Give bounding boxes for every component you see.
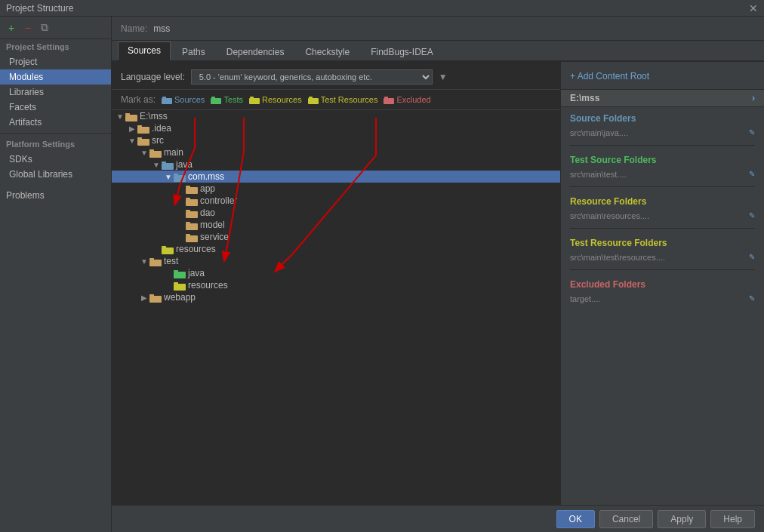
- source-divider: [570, 145, 755, 146]
- resource-folders-path: src\main\resources.... ✎: [570, 210, 755, 222]
- tree-node-main[interactable]: main: [112, 146, 560, 158]
- sidebar-item-modules[interactable]: Modules: [0, 69, 111, 85]
- excluded-path-value: target....: [570, 294, 600, 303]
- test-source-divider: [570, 186, 755, 187]
- copy-module-button[interactable]: ⧉: [38, 21, 51, 35]
- svg-rect-38: [174, 284, 186, 291]
- tree-node-commss[interactable]: com.mss: [112, 171, 560, 183]
- tree-node-app[interactable]: app: [112, 183, 560, 195]
- tree-node-model[interactable]: model: [112, 219, 560, 231]
- apply-button[interactable]: Apply: [658, 510, 706, 528]
- tab-findbugs[interactable]: FindBugs-IDEA: [361, 43, 443, 60]
- svg-rect-15: [137, 137, 142, 139]
- tree-label-test-resources: resources: [188, 280, 228, 291]
- tree-label-test: test: [164, 256, 178, 266]
- folder-icon-idea: [137, 124, 149, 134]
- tree-node-dao[interactable]: dao: [112, 207, 560, 219]
- cancel-button[interactable]: Cancel: [599, 510, 653, 528]
- tree-node-java[interactable]: java: [112, 158, 560, 171]
- sidebar-item-libraries[interactable]: Libraries: [0, 85, 111, 100]
- tree-arrow-test[interactable]: [139, 257, 149, 266]
- svg-rect-41: [149, 294, 154, 296]
- svg-rect-29: [186, 222, 190, 223]
- sidebar-item-project[interactable]: Project: [0, 54, 111, 69]
- tree-arrow-emss[interactable]: [115, 112, 125, 121]
- svg-rect-20: [174, 175, 186, 182]
- language-level-bar: Language level: 5.0 - 'enum' keyword, ge…: [112, 65, 560, 90]
- mark-tests-button[interactable]: Tests: [211, 95, 243, 104]
- project-settings-label: Project Settings: [0, 39, 111, 54]
- sidebar-item-problems[interactable]: Problems: [0, 188, 111, 203]
- tab-dependencies[interactable]: Dependencies: [217, 43, 294, 60]
- tab-paths[interactable]: Paths: [172, 43, 215, 60]
- svg-rect-28: [186, 223, 198, 230]
- folder-icon-controller: [186, 196, 198, 206]
- tree-arrow-webapp[interactable]: [139, 294, 149, 302]
- tree-arrow-src[interactable]: [127, 137, 137, 145]
- add-module-button[interactable]: +: [5, 21, 18, 35]
- excluded-folders-path: target.... ✎: [570, 293, 755, 305]
- language-level-select[interactable]: 5.0 - 'enum' keyword, generics, autoboxi…: [191, 69, 433, 85]
- platform-settings-label: Platform Settings: [0, 137, 111, 152]
- test-resource-folders-section: Test Resource Folders src\main\test\reso…: [561, 232, 764, 266]
- name-bar: Name: mss: [112, 17, 764, 41]
- tree-node-resources-main[interactable]: resources: [112, 243, 560, 255]
- source-folders-edit[interactable]: ✎: [749, 128, 755, 137]
- tree-node-test-resources[interactable]: resources: [112, 279, 560, 291]
- tree-node-idea[interactable]: .idea: [112, 122, 560, 134]
- add-content-root-button[interactable]: + Add Content Root: [561, 68, 764, 85]
- tree-node-emss-root[interactable]: E:\mss: [112, 110, 560, 122]
- resource-divider: [570, 228, 755, 229]
- mark-excluded-button[interactable]: Excluded: [384, 95, 430, 104]
- svg-rect-30: [186, 235, 198, 242]
- test-resource-divider: [570, 269, 755, 270]
- svg-rect-40: [149, 296, 162, 303]
- source-folders-title: Source Folders: [570, 113, 755, 124]
- folder-icon-test-java: [174, 269, 186, 278]
- test-source-path-value: src\main\test....: [570, 170, 627, 179]
- help-button[interactable]: Help: [710, 510, 755, 528]
- tab-sources[interactable]: Sources: [118, 42, 171, 60]
- tree-node-controller[interactable]: controller: [112, 195, 560, 207]
- sidebar-item-sdks[interactable]: SDKs: [0, 152, 111, 167]
- title-bar: Project Structure ✕: [0, 0, 764, 17]
- mark-test-resources-button[interactable]: Test Resources: [308, 95, 378, 104]
- sidebar-item-global-libraries[interactable]: Global Libraries: [0, 167, 111, 182]
- root-path-expand-icon[interactable]: ›: [752, 93, 755, 103]
- test-source-folders-title: Test Source Folders: [570, 155, 755, 165]
- close-button[interactable]: ✕: [749, 2, 758, 14]
- tree-label-main: main: [164, 147, 183, 158]
- resource-folders-section: Resource Folders src\main\resources.... …: [561, 190, 764, 225]
- source-folders-section: Source Folders src\main\java.... ✎: [561, 107, 764, 142]
- excluded-folders-edit[interactable]: ✎: [749, 294, 755, 303]
- tree-label-model: model: [200, 220, 225, 230]
- resource-folders-edit[interactable]: ✎: [749, 211, 755, 220]
- tab-checkstyle[interactable]: Checkstyle: [295, 43, 359, 60]
- tree-container: E:\mss .idea src: [112, 110, 560, 303]
- mark-as-bar: Mark as: Sources Tests Resources: [112, 90, 560, 110]
- tree-arrow-java[interactable]: [151, 161, 162, 169]
- svg-rect-23: [186, 186, 190, 187]
- sidebar-item-artifacts[interactable]: Artifacts: [0, 115, 111, 130]
- test-resource-folders-edit[interactable]: ✎: [749, 253, 755, 262]
- tree-node-src[interactable]: src: [112, 134, 560, 146]
- test-source-folders-edit[interactable]: ✎: [749, 170, 755, 179]
- ok-button[interactable]: OK: [556, 510, 595, 528]
- info-panel: + Add Content Root E:\mss › Source Folde…: [560, 62, 764, 505]
- tree-arrow-main[interactable]: [139, 149, 149, 157]
- tree-label-src: src: [152, 135, 164, 146]
- mark-resources-button[interactable]: Resources: [249, 95, 302, 104]
- mark-sources-button[interactable]: Sources: [162, 95, 205, 104]
- tree-arrow-idea[interactable]: [127, 125, 137, 133]
- tree-label-service: service: [200, 232, 229, 242]
- test-resource-path-value: src\main\test\resources....: [570, 253, 665, 262]
- language-level-dropdown-icon[interactable]: ▼: [439, 72, 448, 82]
- sidebar-item-facets[interactable]: Facets: [0, 100, 111, 115]
- tree-arrow-commss[interactable]: [163, 173, 174, 181]
- tree-node-test-java[interactable]: java: [112, 267, 560, 279]
- mark-as-label: Mark as:: [121, 94, 156, 105]
- tree-node-service[interactable]: service: [112, 231, 560, 243]
- tree-node-test[interactable]: test: [112, 255, 560, 267]
- remove-module-button[interactable]: −: [21, 21, 35, 35]
- tree-node-webapp[interactable]: webapp: [112, 291, 560, 303]
